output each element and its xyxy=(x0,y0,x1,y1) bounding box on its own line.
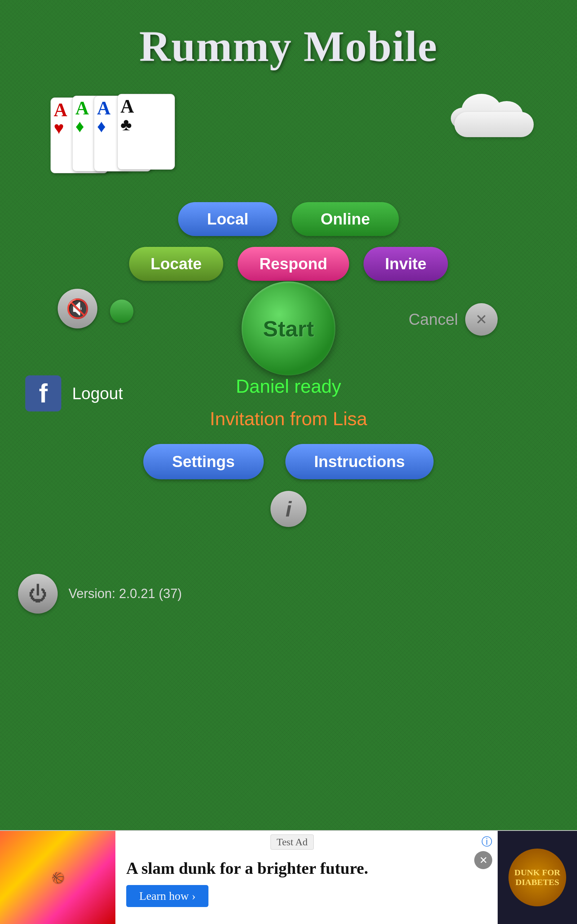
cancel-label: Cancel xyxy=(409,310,458,328)
power-version-row: ⏻ Version: 2.0.21 (37) xyxy=(18,574,182,614)
logout-button[interactable]: Logout xyxy=(72,384,123,403)
respond-button[interactable]: Respond xyxy=(238,247,349,281)
mode-row: Local Online xyxy=(178,202,399,236)
cancel-button[interactable]: Cancel ✕ xyxy=(409,303,498,336)
player-ready-status: Daniel ready xyxy=(236,375,341,397)
mute-icon: 🔇 xyxy=(66,298,89,320)
cloud-decoration xyxy=(443,101,545,148)
online-button[interactable]: Online xyxy=(292,202,399,236)
invite-button[interactable]: Invite xyxy=(364,247,448,281)
ad-cta-button[interactable]: Learn how › xyxy=(126,885,208,907)
card-clubs: A ♣ xyxy=(117,94,175,170)
settings-button[interactable]: Settings xyxy=(143,444,264,479)
version-label: Version: 2.0.21 (37) xyxy=(69,586,182,601)
action-buttons-row: Locate Respond Invite xyxy=(129,247,448,281)
facebook-logout-row: f Logout xyxy=(25,375,123,412)
ad-info-icon[interactable]: ⓘ xyxy=(482,835,492,849)
power-button[interactable]: ⏻ xyxy=(18,574,58,614)
info-icon: i xyxy=(285,497,292,522)
locate-button[interactable]: Locate xyxy=(129,247,224,281)
ad-test-label: Test Ad xyxy=(271,835,314,850)
ad-image-placeholder: 🏀 xyxy=(52,872,64,884)
power-icon: ⏻ xyxy=(29,583,47,604)
instructions-button[interactable]: Instructions xyxy=(285,444,434,479)
small-dot-decoration xyxy=(110,300,134,323)
start-button[interactable]: Start xyxy=(242,281,335,375)
settings-instructions-row: Settings Instructions xyxy=(143,444,434,479)
mute-button[interactable]: 🔇 xyxy=(58,289,97,328)
ad-image: 🏀 xyxy=(0,831,115,924)
local-button[interactable]: Local xyxy=(178,202,277,236)
app-title: Rummy Mobile xyxy=(0,0,577,71)
ad-close-area: ⓘ ✕ xyxy=(469,831,498,924)
ad-banner: 🏀 Test Ad A slam dunk for a brighter fut… xyxy=(0,830,577,924)
ad-content: Test Ad A slam dunk for a brighter futur… xyxy=(115,831,469,924)
ad-close-button[interactable]: ✕ xyxy=(474,851,492,869)
ad-logo-badge: DUNK FOR DIABETES xyxy=(508,848,566,906)
info-button[interactable]: i xyxy=(271,491,306,527)
cards-image: A ♥ A ♦ A ♦ A ♣ xyxy=(50,94,195,173)
ad-title: A slam dunk for a brighter future. xyxy=(126,859,458,878)
ad-logo: DUNK FOR DIABETES xyxy=(498,831,577,924)
facebook-icon[interactable]: f xyxy=(25,375,61,412)
invitation-status: Invitation from Lisa xyxy=(210,408,367,430)
cancel-icon: ✕ xyxy=(465,303,498,336)
main-buttons: Local Online Locate Respond Invite xyxy=(0,202,577,281)
